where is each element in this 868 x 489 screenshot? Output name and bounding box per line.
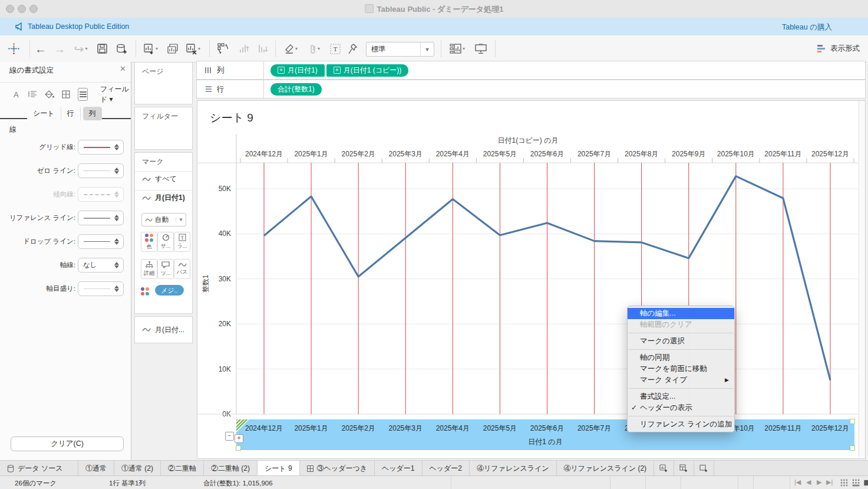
selection-corner-handle[interactable] [850,445,855,451]
redo-button[interactable]: → [52,35,67,62]
font-format-icon[interactable]: A [12,88,21,100]
new-dashboard-button[interactable] [674,461,694,476]
prev-page-icon[interactable]: ◀ [806,478,811,486]
presentation-mode-button[interactable] [471,35,490,62]
marks-button-label-T[interactable]: Tラ... [174,232,190,252]
expand-axis-button[interactable]: + [235,434,243,443]
menu-item[interactable]: マークの選択 [628,336,734,347]
stepper-icon[interactable] [113,238,121,245]
lines-format-icon[interactable] [78,88,88,101]
show-mark-labels-button[interactable]: T [328,35,343,62]
month-label-selected[interactable]: 2025年2月 [341,424,375,434]
month-label-selected[interactable]: 2025年11月 [764,424,801,434]
new-worksheet-button[interactable] [654,461,674,476]
pill-month-date1-copy[interactable]: +月(日付1 (コピー)) [326,64,409,77]
filters-shelf[interactable]: フィルター [134,107,193,150]
menu-item[interactable]: 書式設定... [628,391,734,402]
next-page-icon[interactable]: ▶ [817,478,821,486]
alignment-format-icon[interactable] [28,88,37,100]
tab-③ヘッダーつき[interactable]: ③ヘッダーつき [300,461,375,476]
marks-all-row[interactable]: すべて [135,171,192,186]
month-label-selected[interactable]: 2025年5月 [483,424,517,434]
collapse-axis-button[interactable]: − [225,432,234,441]
tab-data-source[interactable]: データ ソース [0,461,78,476]
mark-type-dropdown[interactable]: 自動 ▼ [141,213,186,227]
menu-item[interactable]: マークを前面に移動 [628,363,734,375]
stepper-icon[interactable] [113,144,121,150]
tab-ヘッダー1[interactable]: ヘッダー1 [375,461,423,476]
swap-rows-columns-button[interactable] [214,35,232,62]
last-page-icon[interactable]: ▶| [826,478,833,486]
pill-sum-integer1[interactable]: 合計(整数1) [270,83,322,96]
tab-①通常[interactable]: ①通常 [78,461,114,476]
buy-tableau-link[interactable]: Tableau の購入 [782,22,832,32]
marks-button-detail-tree[interactable]: 詳細 [141,259,157,279]
stepper-icon[interactable] [113,262,121,268]
fit-selector-arrow-icon[interactable]: ▼ [420,42,434,56]
show-hide-cards-button[interactable]: ▾ [445,35,469,62]
menu-item[interactable]: リファレンス ラインの追加 [628,419,734,430]
undo-button[interactable]: ← [33,35,48,62]
line-style-dropdown[interactable] [78,140,124,155]
tab-②二重軸[interactable]: ②二重軸 [161,461,204,476]
month-label-selected[interactable]: 2024年12月 [245,424,283,434]
line-style-dropdown[interactable] [78,234,124,249]
stepper-icon[interactable] [113,215,121,221]
clear-sheet-button[interactable]: ▾ [183,35,204,62]
sort-ascending-button[interactable] [235,35,252,62]
measure-names-pill[interactable]: メジ.. [155,285,184,296]
month-label-selected[interactable]: 2025年7月 [577,424,611,434]
new-story-button[interactable] [694,461,714,476]
format-tab-行[interactable]: 行 [61,107,81,120]
marks-card2-row[interactable]: 月(日付... [135,322,192,337]
single-view-icon[interactable] [864,479,868,487]
new-worksheet-button[interactable]: ▾ [140,35,161,62]
tab-①通常 (2)[interactable]: ①通常 (2) [114,461,161,476]
month-label-selected[interactable]: 2025年3月 [389,424,423,434]
sort-descending-button[interactable] [253,35,271,62]
line-style-dropdown[interactable]: なし [78,258,124,273]
format-tab-列[interactable]: 列 [83,107,102,120]
month-label-selected[interactable]: 2025年6月 [530,424,564,434]
menu-item[interactable]: 軸範囲のクリア [628,319,734,330]
line-style-dropdown[interactable] [78,187,124,202]
close-icon[interactable]: ✕ [120,64,126,73]
expand-plus-icon[interactable]: + [334,67,341,74]
marks-button-tooltip-bubble[interactable]: ツ... [157,259,174,279]
menu-item[interactable]: マーク タイプ▶ [628,375,734,386]
filmstrip-view-icon[interactable] [852,479,860,487]
marks-button-size-circle[interactable]: サ... [157,232,174,252]
tab-②二重軸 (2)[interactable]: ②二重軸 (2) [204,461,258,476]
highlight-button[interactable]: ▾ [280,35,302,62]
fix-axes-pin-icon[interactable] [345,35,360,62]
replay-button[interactable]: ↪▾ [71,35,91,62]
stepper-icon[interactable] [113,285,121,292]
selection-corner-handle[interactable] [850,419,855,424]
x-axis-bottom-selected-header[interactable]: 2024年12月2025年1月2025年2月2025年3月2025年4月2025… [236,419,854,450]
marks-button-color-dots[interactable]: 色 [141,232,157,252]
tableau-logo-icon[interactable] [6,35,21,62]
group-members-button[interactable]: ▾ [304,35,325,62]
marks-button-path-squiggle[interactable]: パス [174,259,190,279]
first-page-icon[interactable]: |◀ [794,478,801,486]
stepper-icon[interactable] [113,191,121,198]
month-label-selected[interactable]: 2025年12月 [811,424,849,434]
month-label-selected[interactable]: 2025年4月 [436,424,470,434]
selection-corner-handle[interactable] [236,445,241,451]
rows-shelf[interactable]: 行 合計(整数1) [196,80,866,99]
fit-selector[interactable]: 標準 ▼ [366,42,434,57]
month-label-selected[interactable]: 2025年1月 [294,424,328,434]
tab-ヘッダー2[interactable]: ヘッダー2 [423,461,470,476]
format-tab-シート[interactable]: シート [27,107,61,120]
marks-card1-row[interactable]: 月(日付1) [135,190,192,205]
line-style-dropdown[interactable] [78,211,124,225]
pages-shelf[interactable]: ページ [134,62,193,104]
clear-button[interactable]: クリア(C) [11,437,124,451]
borders-format-icon[interactable] [62,88,71,100]
menu-item[interactable]: 軸の同期 [628,352,734,363]
menu-item[interactable]: ✓ヘッダーの表示 [628,402,734,413]
tab-シート 9[interactable]: シート 9 [258,461,300,476]
show-me-button[interactable]: 表示形式 [817,35,860,62]
x-axis-bottom-title[interactable]: 日付1 の月 [236,437,854,447]
menu-item[interactable]: 軸の編集... [628,308,734,319]
